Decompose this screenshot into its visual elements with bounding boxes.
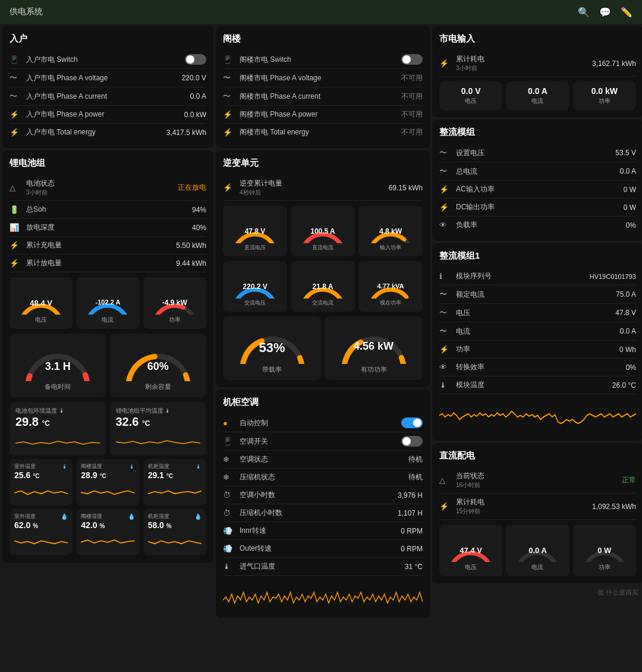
battery-capacity-gauge: 60% bbox=[122, 340, 194, 381]
attic-power-label: 阁楼市电 Phase A power bbox=[240, 109, 401, 120]
inv-load-rate-card: 53% 带载率 bbox=[223, 316, 321, 380]
battery-current-card: -102.2 A 电流 bbox=[76, 277, 139, 329]
bolt-icon-4: ⚡ bbox=[10, 259, 21, 268]
ac-thermo-icon: 🌡 bbox=[223, 562, 235, 571]
inv-active-power-label: 有功功率 bbox=[361, 365, 387, 374]
search-icon[interactable]: 🔍 bbox=[578, 7, 590, 18]
rect-dc-power-label: DC输出功率 bbox=[456, 202, 624, 212]
cabinet-hum-card: 机柜湿度 💧 58.0 % bbox=[143, 509, 206, 555]
inv-apparent-power-label: 视在功率 bbox=[380, 299, 401, 307]
grid-current-lbl: 电流 bbox=[513, 97, 562, 105]
dc-power-card: 0 W 功率 bbox=[573, 525, 636, 576]
battery-icon: 🔋 bbox=[10, 205, 21, 214]
attic-title: 阁楼 bbox=[223, 33, 423, 45]
rect1-voltage-label: 电压 bbox=[456, 308, 615, 318]
battery-status-label: 电池状态 bbox=[26, 178, 178, 189]
inv-apparent-power-card: 4.77 kVA 视在功率 bbox=[358, 261, 423, 312]
dc-status-value: 正常 bbox=[622, 475, 636, 485]
cabinet-temp-card: 机柜温度 🌡 29.1 °C bbox=[143, 459, 206, 505]
dc-energy-row: ⚡ 累计耗电 15分钟前 1,092.53 kWh bbox=[439, 494, 636, 520]
battery-soh-label: 总Soh bbox=[26, 205, 192, 215]
entry-panel: 入户 📱 入户市电 Switch 〜 入户市电 Phase A voltage … bbox=[2, 26, 213, 148]
outer-speed-row: 💨 Outer转速 0 RPM bbox=[223, 540, 423, 558]
battery-panel: 锂电池组 △ 电池状态 3小时前 正在放电 🔋 总Soh 94% 📊 放电深度 … bbox=[2, 150, 213, 563]
attic-temp-card: 阁楼温度 🌡 28.9 °C bbox=[76, 459, 139, 505]
inverter-energy-value: 69.15 kWh bbox=[389, 184, 423, 192]
chart-icon: 📊 bbox=[10, 223, 21, 232]
rect-bolt-1: ⚡ bbox=[439, 185, 451, 194]
inv-dc-current-card: 100.5 A 直流电流 bbox=[291, 206, 355, 256]
inv-ac-voltage-gauge: 220.2 V bbox=[228, 266, 282, 299]
inv-apparent-power-gauge: 4.77 kVA bbox=[364, 266, 417, 299]
ac-snowflake-2: ❄ bbox=[223, 473, 235, 482]
dc-distribution-panel: 直流配电 △ 当前状态 16小时前 正常 ⚡ 累计耗电 15分钟前 1,092.… bbox=[432, 443, 642, 583]
battery-status-row: △ 电池状态 3小时前 正在放电 bbox=[10, 175, 206, 201]
cabinet-hum-value: 58.0 % bbox=[148, 520, 202, 530]
rectifier1-panel: 整流模组1 ℹ 模块序列号 HV19C0101793 〜 额定电流 75.0 A… bbox=[432, 243, 642, 441]
attic-switch-toggle[interactable] bbox=[401, 54, 423, 65]
inv-dc-voltage-card: 47.8 V 直流电压 bbox=[223, 206, 287, 256]
attic-hum-value: 42.0 % bbox=[81, 520, 134, 530]
rect-wave-2: 〜 bbox=[439, 166, 451, 177]
grid-metric-cards: 0.0 V 电压 0.0 A 电流 0.0 kW 功率 bbox=[439, 81, 636, 110]
grid-energy-row: ⚡ 累计耗电 3小时前 3,162.71 kWh bbox=[439, 51, 636, 77]
rect1-eye-icon: 👁 bbox=[439, 363, 451, 372]
entry-switch-label: 入户市电 Switch bbox=[26, 55, 185, 65]
entry-voltage-row: 〜 入户市电 Phase A voltage 220.0 V bbox=[10, 69, 206, 87]
bolt-icon-3: ⚡ bbox=[10, 241, 21, 250]
watermark: 值 什么值得买 bbox=[432, 586, 642, 599]
entry-current-label: 入户市电 Phase A current bbox=[26, 92, 190, 102]
entry-switch-row: 📱 入户市电 Switch bbox=[10, 51, 206, 69]
grid-voltage-display: 0.0 V 电压 bbox=[439, 81, 502, 110]
inverter-title: 逆变单元 bbox=[223, 158, 423, 169]
battery-current-label: 电流 bbox=[102, 316, 114, 324]
inverter-big-gauges: 53% 带载率 4.56 kW 有功功率 bbox=[223, 316, 423, 380]
edit-icon[interactable]: ✏️ bbox=[621, 7, 632, 18]
dc-triangle-icon: △ bbox=[439, 476, 451, 485]
inverter-panel: 逆变单元 ⚡ 逆变累计电量 4秒钟后 69.15 kWh bbox=[216, 150, 430, 387]
battery-soh-row: 🔋 总Soh 94% bbox=[10, 201, 206, 219]
humidity-grid: 室外湿度 💧 62.0 % 阁楼湿度 💧 42.0 % bbox=[10, 509, 206, 555]
cabinet-temp-value: 29.1 °C bbox=[148, 470, 202, 480]
rect-dc-power-value: 0 W bbox=[624, 203, 636, 212]
rect1-thermo-icon: 🌡 bbox=[439, 381, 451, 390]
attic-temp-label: 阁楼温度 bbox=[81, 463, 102, 470]
innr-speed-value: 0 RPM bbox=[401, 527, 423, 535]
message-icon[interactable]: 💬 bbox=[599, 7, 611, 18]
intake-temp-row: 🌡 进气口温度 31 °C bbox=[223, 558, 423, 576]
grid-power-num: 0.0 kW bbox=[580, 86, 629, 96]
rect1-sn-label: 模块序列号 bbox=[456, 271, 590, 281]
rect1-sn-row: ℹ 模块序列号 HV19C0101793 bbox=[439, 268, 636, 285]
entry-switch-toggle[interactable] bbox=[185, 54, 206, 65]
grid-voltage-lbl: 电压 bbox=[446, 97, 495, 105]
dc-current-gauge: 0.0 A bbox=[511, 529, 564, 562]
battery-charge-label: 累计充电量 bbox=[26, 240, 176, 250]
intake-temp-value: 31 °C bbox=[405, 563, 423, 571]
watermark-text: 值 什么值得买 bbox=[597, 589, 638, 596]
outdoor-temp-value: 25.6 °C bbox=[14, 470, 68, 480]
attic-energy-row: ⚡ 阁楼市电 Total energy 不可用 bbox=[223, 124, 423, 141]
battery-power-gauge: -4.9 kW bbox=[148, 282, 202, 315]
grid-input-panel: 市电输入 ⚡ 累计耗电 3小时前 3,162.71 kWh 0.0 V 电压 0… bbox=[432, 26, 642, 117]
auto-icon: ● bbox=[223, 419, 235, 428]
attic-bolt-1: ⚡ bbox=[223, 110, 235, 119]
attic-wave-2: 〜 bbox=[223, 91, 235, 102]
ac-switch-toggle[interactable] bbox=[401, 436, 423, 447]
auto-control-toggle[interactable] bbox=[401, 417, 423, 428]
triangle-icon: △ bbox=[10, 183, 21, 192]
battery-big-gauges: 3.1 H 备电时间 60% 剩余容量 bbox=[10, 334, 206, 397]
inv-ac-voltage-card: 220.2 V 交流电压 bbox=[223, 261, 287, 312]
env-temp-label: 电池包环境温度 🌡 bbox=[15, 407, 100, 415]
inv-dc-voltage-gauge: 47.8 V bbox=[228, 211, 282, 243]
attic-energy-label: 阁楼市电 Total energy bbox=[240, 127, 401, 137]
entry-current-row: 〜 入户市电 Phase A current 0.0 A bbox=[10, 87, 206, 106]
cabinet-hum-label: 机柜湿度 bbox=[148, 513, 169, 520]
ac-snowflake-1: ❄ bbox=[223, 455, 235, 464]
attic-voltage-value: 不可用 bbox=[401, 73, 423, 83]
entry-voltage-value: 220.0 V bbox=[182, 74, 206, 82]
rect1-rated-current-value: 75.0 A bbox=[616, 290, 636, 299]
rect1-rated-current-row: 〜 额定电流 75.0 A bbox=[439, 285, 636, 304]
inv-dc-current-label: 直流电流 bbox=[312, 244, 333, 252]
dc-current-card: 0.0 A 电流 bbox=[506, 525, 569, 576]
rect1-power-value: 0 Wh bbox=[619, 346, 636, 354]
